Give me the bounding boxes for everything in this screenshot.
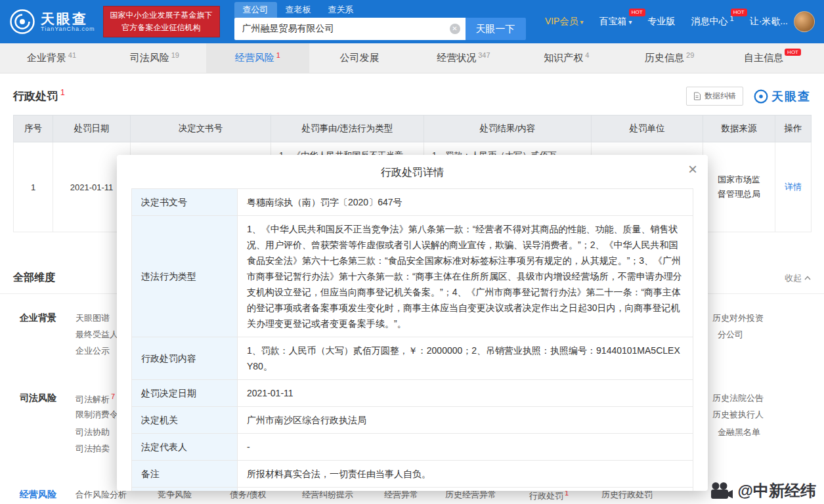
detail-row: 行政处罚内容 1、罚款：人民币（大写）贰佰万圆整，￥：2000000；2、吊销营… <box>132 337 693 380</box>
tab-label: 自主信息 <box>744 52 783 64</box>
tab-judicial-risk[interactable]: 司法风险 19 <box>103 43 206 73</box>
collapse-button[interactable]: 收起 <box>785 272 811 284</box>
detail-label: 备注 <box>132 461 238 488</box>
dim-item-administrative-penalty[interactable]: 行政处罚1 <box>529 489 569 502</box>
tab-operating-status[interactable]: 经营状况 347 <box>412 43 515 73</box>
tab-label: 历史信息 <box>645 52 684 64</box>
treasure-box-label: 百宝箱 <box>599 16 627 28</box>
header-menu: VIP会员 ▾ 百宝箱 ▾ HOT 专业版 消息中心 1 HOT 让·米歇... <box>545 11 815 32</box>
detail-label: 法定代表人 <box>132 434 238 461</box>
detail-label: 决定机关 <box>132 407 238 434</box>
col-index: 序号 <box>14 116 53 142</box>
avatar[interactable] <box>794 11 815 32</box>
tab-label: 知识产权 <box>544 52 583 64</box>
detail-label: 处罚决定日期 <box>132 380 238 407</box>
treasure-box-menu[interactable]: 百宝箱 ▾ HOT <box>599 16 632 28</box>
close-icon[interactable]: × <box>688 161 697 177</box>
detail-label: 违法行为类型 <box>132 216 238 337</box>
col-unit: 处罚单位 <box>592 116 703 142</box>
top-header: 天眼查 TianYanCha.com 国家中小企业发展子基金旗下 官方备案企业征… <box>0 0 824 43</box>
detail-value: 1、罚款：人民币（大写）贰佰万圆整，￥：2000000；2、吊销营业执照：执照编… <box>238 337 693 380</box>
detail-value: 所报材料真实合法，一切责任由当事人自负。 <box>238 461 693 488</box>
dim-section-operating-risk: 经营风险 <box>20 489 56 501</box>
dim-item-company-publicity[interactable]: 企业公示 <box>76 345 110 357</box>
detail-row: 违法行为类型 1、《中华人民共和国反不正当竞争法》第八条第一款：“经营者不得对其… <box>132 216 693 337</box>
dim-item-beneficiary[interactable]: 最终受益人 <box>76 329 118 341</box>
dim-item-history-investment[interactable]: 历史对外投资 <box>712 312 764 324</box>
tab-intellectual-property[interactable]: 知识产权 4 <box>515 43 618 73</box>
detail-link[interactable]: 详情 <box>785 182 802 192</box>
tianyancha-logo[interactable]: 天眼查 TianYanCha.com <box>9 9 95 35</box>
tab-company-development[interactable]: 公司发展 <box>309 43 412 73</box>
clear-input-icon[interactable]: ✕ <box>450 24 460 34</box>
detail-label: 行政处罚内容 <box>132 337 238 380</box>
detail-label: 决定书文号 <box>132 189 238 216</box>
dim-item-history-executed-person[interactable]: 历史被执行人 <box>712 409 764 421</box>
dim-item-history-court-notice[interactable]: 历史法院公告 <box>712 392 764 404</box>
penalty-detail-table: 决定书文号 粤穗南综执（南）罚字〔2020〕647号 违法行为类型 1、《中华人… <box>131 188 693 491</box>
dim-item-branch[interactable]: 分公司 <box>718 329 743 341</box>
tab-count: 29 <box>686 51 694 59</box>
document-edit-icon <box>693 92 701 100</box>
col-date: 处罚日期 <box>53 116 131 142</box>
gov-badge-line1: 国家中小企业发展子基金旗下 <box>110 9 213 22</box>
detail-row: 处罚决定日期 2021-01-11 <box>132 380 693 407</box>
search-tab-boss[interactable]: 查老板 <box>277 2 320 18</box>
tab-count: 1 <box>276 51 280 59</box>
dim-item-financial-blacklist[interactable]: 金融黑名单 <box>718 427 760 438</box>
logo-text-cn: 天眼查 <box>41 11 95 26</box>
data-correction-button[interactable]: 数据纠错 <box>686 87 743 106</box>
tab-company-background[interactable]: 企业背景 41 <box>0 43 103 73</box>
detail-value: 2021-01-11 <box>238 380 693 407</box>
dim-item-consumption-restriction[interactable]: 限制消费令 <box>76 409 118 421</box>
cell-source: 国家市场监督管理总局 <box>703 142 775 232</box>
pro-version-label: 专业版 <box>648 16 676 28</box>
search-input[interactable] <box>234 18 466 40</box>
vip-member-menu[interactable]: VIP会员 ▾ <box>545 16 584 28</box>
search-tab-relation[interactable]: 查关系 <box>320 2 362 18</box>
search-tabs: 查公司 查老板 查关系 <box>234 3 526 18</box>
chevron-down-icon: ▾ <box>580 18 583 26</box>
hot-badge: HOT <box>731 9 747 16</box>
dim-section-judicial-risk: 司法风险 <box>20 392 56 404</box>
tab-label: 经营风险 <box>235 52 274 64</box>
detail-value <box>238 488 693 492</box>
detail-label: 处罚变更 <box>132 488 238 492</box>
tab-label: 公司发展 <box>340 52 379 64</box>
dim-item-judicial-assistance[interactable]: 司法协助 <box>76 427 110 438</box>
col-reason: 处罚事由/违法行为类型 <box>271 116 424 142</box>
col-action: 操作 <box>775 116 812 142</box>
video-camera-icon <box>710 482 733 500</box>
username: 让·米歇... <box>750 16 788 28</box>
chevron-down-icon: ▾ <box>629 18 632 26</box>
tab-label: 司法风险 <box>130 52 169 64</box>
detail-row: 决定机关 广州市南沙区综合行政执法局 <box>132 407 693 434</box>
message-center-menu[interactable]: 消息中心 1 HOT <box>691 16 734 28</box>
detail-row: 处罚变更 <box>132 488 693 492</box>
tab-count: 41 <box>68 51 76 59</box>
hot-badge: HOT <box>785 49 801 56</box>
detail-value: 广州市南沙区综合行政执法局 <box>238 407 693 434</box>
detail-value: 1、《中华人民共和国反不正当竞争法》第八条第一款：“经营者不得对其商品的性能、功… <box>238 216 693 337</box>
search-tab-company[interactable]: 查公司 <box>234 2 277 18</box>
section-title: 行政处罚 <box>13 89 58 104</box>
dim-item-graph[interactable]: 天眼图谱 <box>76 312 110 324</box>
vip-member-label: VIP会员 <box>545 16 578 28</box>
user-menu[interactable]: 让·米歇... <box>750 11 815 32</box>
logo-text-en: TianYanCha.com <box>41 26 95 33</box>
dim-item-judicial-auction[interactable]: 司法拍卖 <box>76 443 110 455</box>
pro-version-menu[interactable]: 专业版 <box>648 16 676 28</box>
cell-index: 1 <box>14 142 53 232</box>
tab-count: 347 <box>478 51 490 59</box>
page: { "colors": { "header_blue": "#1a75d2", … <box>0 0 824 504</box>
tab-history-info[interactable]: 历史信息 29 <box>618 43 721 73</box>
tab-operating-risk[interactable]: 经营风险 1 <box>206 43 309 73</box>
search-area: 查公司 查老板 查关系 ✕ 天眼一下 <box>234 3 526 40</box>
search-button[interactable]: 天眼一下 <box>466 18 526 40</box>
tab-count: 19 <box>171 51 179 59</box>
dim-item-judicial-analysis[interactable]: 司法解析7 <box>76 392 115 406</box>
gov-badge-line2: 官方备案企业征信机构 <box>110 22 213 34</box>
section-count: 1 <box>60 88 65 97</box>
tab-self-info[interactable]: 自主信息 HOT <box>721 43 824 73</box>
detail-row: 法定代表人 - <box>132 434 693 461</box>
